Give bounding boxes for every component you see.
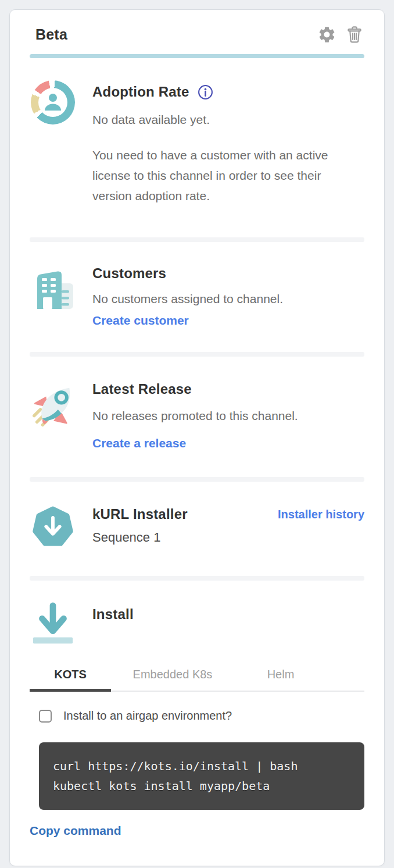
code-line: kubectl kots install myapp/beta (53, 776, 350, 796)
latest-release-title: Latest Release (92, 381, 364, 397)
gear-icon[interactable] (317, 25, 336, 44)
rocket-icon (27, 381, 78, 435)
install-download-icon (30, 602, 76, 649)
tab-embedded-k8s[interactable]: Embedded K8s (111, 662, 234, 691)
adoption-donut-icon (31, 80, 75, 124)
channel-accent-bar (30, 54, 364, 58)
airgap-checkbox[interactable] (39, 710, 52, 723)
kurl-installer-title: kURL Installer (92, 506, 188, 522)
channel-card: Beta Adoption Rate (9, 9, 385, 866)
install-command-code-block: curl https://kots.io/install | bashkubec… (39, 742, 364, 810)
copy-command-link[interactable]: Copy command (30, 824, 121, 838)
adoption-rate-title: Adoption Rate (92, 84, 189, 100)
card-header: Beta (30, 25, 364, 44)
release-empty-text: No releases promoted to this channel. (92, 405, 364, 426)
tab-helm[interactable]: Helm (234, 662, 327, 691)
section-divider (30, 576, 364, 581)
section-customers: Customers No customers assigned to chann… (30, 242, 364, 352)
info-icon[interactable] (198, 84, 213, 100)
header-actions (317, 25, 363, 44)
kurl-heptagon-download-icon (32, 506, 74, 550)
buildings-icon (28, 265, 77, 316)
code-line: curl https://kots.io/install | bash (53, 756, 350, 776)
install-title: Install (92, 606, 364, 622)
trash-icon[interactable] (346, 25, 363, 44)
airgap-label: Install to an airgap environment? (63, 709, 232, 723)
section-divider (30, 237, 364, 242)
customers-empty-text: No customers assigned to channel. (92, 289, 364, 309)
section-divider (30, 477, 364, 482)
channel-title: Beta (35, 26, 67, 43)
adoption-empty-body: You need to have a customer with an acti… (92, 145, 354, 206)
airgap-option-row: Install to an airgap environment? (39, 709, 364, 723)
installer-sequence: Sequence 1 (92, 530, 364, 545)
customers-title: Customers (92, 265, 364, 282)
section-kurl-installer: kURL Installer Installer history Sequenc… (30, 482, 364, 576)
section-adoption-rate: Adoption Rate No data available yet. You… (30, 58, 364, 237)
section-latest-release: Latest Release No releases promoted to t… (30, 357, 364, 477)
create-release-link[interactable]: Create a release (92, 436, 186, 450)
section-install: Install (30, 581, 364, 649)
adoption-empty-title: No data available yet. (92, 109, 364, 130)
installer-history-link[interactable]: Installer history (278, 508, 364, 521)
create-customer-link[interactable]: Create customer (92, 314, 189, 328)
section-divider (30, 352, 364, 357)
tab-kots[interactable]: KOTS (30, 662, 111, 691)
install-tabs: KOTS Embedded K8s Helm (30, 662, 364, 692)
